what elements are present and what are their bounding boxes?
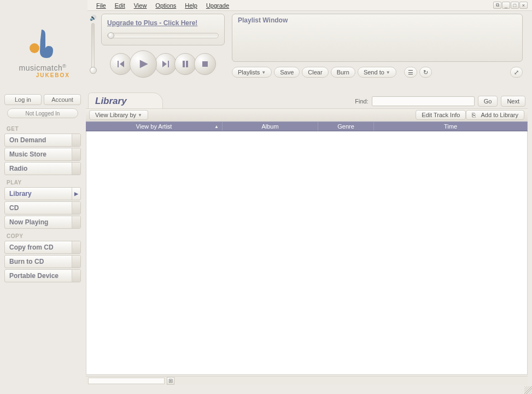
nav-heading-get: GET bbox=[7, 126, 81, 132]
nav-on-demand[interactable]: On Demand bbox=[4, 134, 81, 147]
menu-file[interactable]: File bbox=[92, 1, 110, 10]
sort-indicator-icon: ▲ bbox=[214, 124, 219, 129]
menu-view[interactable]: View bbox=[130, 1, 151, 10]
col-header-time[interactable]: Time bbox=[374, 122, 528, 131]
login-button[interactable]: Log in bbox=[4, 94, 42, 105]
playlist-window-title: Playlist Window bbox=[238, 16, 517, 24]
seek-bar[interactable] bbox=[107, 33, 219, 38]
find-label: Find: bbox=[355, 98, 368, 105]
upgrade-link[interactable]: Upgrade to Plus - Click Here! bbox=[107, 19, 197, 27]
burn-button[interactable]: Burn bbox=[331, 67, 355, 78]
volume-track[interactable] bbox=[91, 23, 95, 71]
transport-controls bbox=[101, 49, 225, 79]
add-icon: ⎘ bbox=[472, 112, 476, 118]
menu-upgrade[interactable]: Upgrade bbox=[202, 1, 233, 10]
minimize-button[interactable]: _ bbox=[502, 2, 510, 9]
nav-library[interactable]: Library▶ bbox=[4, 187, 81, 200]
library-tab: Library bbox=[88, 92, 163, 109]
svg-point-0 bbox=[30, 43, 39, 53]
column-headers: View by Artist▲ Album Genre Time bbox=[86, 121, 528, 131]
playlist-window: Playlist Window bbox=[232, 14, 523, 62]
logo-text: musicmatch® bbox=[19, 63, 67, 72]
playlists-dropdown[interactable]: Playlists▼ bbox=[232, 67, 272, 78]
nav-cd[interactable]: CD bbox=[4, 201, 81, 215]
playlist-toolbar: Playlists▼ Save Clear Burn Send to▼ ☰ ↻ … bbox=[232, 65, 523, 79]
edit-track-info-button[interactable]: Edit Track Info bbox=[416, 110, 466, 120]
menu-bar: File Edit View Options Help Upgrade ⧉ _ … bbox=[87, 0, 532, 11]
library-content[interactable] bbox=[86, 131, 528, 375]
nav-burn-to-cd[interactable]: Burn to CD bbox=[4, 255, 81, 268]
menu-options[interactable]: Options bbox=[151, 1, 180, 10]
nav-copy-from-cd[interactable]: Copy from CD bbox=[4, 241, 81, 254]
add-column-button[interactable]: ⊞ bbox=[167, 377, 174, 385]
library-status-bar: ⊞ bbox=[86, 376, 528, 385]
menu-help[interactable]: Help bbox=[180, 1, 202, 10]
seek-knob[interactable] bbox=[108, 32, 114, 39]
stop-button[interactable] bbox=[194, 53, 216, 75]
volume-knob[interactable] bbox=[90, 67, 97, 74]
volume-control[interactable]: 🔊 bbox=[87, 14, 98, 79]
find-row: Find: Go Next bbox=[355, 95, 525, 108]
maximize-button[interactable]: □ bbox=[511, 2, 519, 9]
nav-portable-device[interactable]: Portable Device bbox=[4, 269, 81, 282]
nav-music-store[interactable]: Music Store bbox=[4, 148, 81, 161]
next-button-find[interactable]: Next bbox=[501, 96, 525, 107]
playlist-expand-button[interactable]: ⤢ bbox=[510, 67, 523, 78]
col-header-album[interactable]: Album bbox=[223, 122, 318, 131]
login-status: Not Logged In bbox=[7, 108, 78, 118]
nav-heading-play: PLAY bbox=[7, 179, 81, 186]
play-button[interactable] bbox=[130, 50, 157, 78]
sendto-dropdown[interactable]: Send to▼ bbox=[358, 67, 396, 78]
nav-heading-copy: COPY bbox=[7, 233, 81, 239]
undock-button[interactable]: ⧉ bbox=[493, 2, 501, 9]
repeat-button[interactable]: ↻ bbox=[419, 67, 432, 78]
col-header-artist[interactable]: View by Artist▲ bbox=[86, 122, 223, 131]
menu-edit[interactable]: Edit bbox=[110, 1, 130, 10]
player-area: 🔊 Upgrade to Plus - Click Here! Playlist… bbox=[87, 13, 528, 81]
shuffle-button[interactable]: ☰ bbox=[404, 67, 417, 78]
view-library-by-dropdown[interactable]: View Library by▼ bbox=[89, 110, 148, 120]
save-button[interactable]: Save bbox=[274, 67, 300, 78]
library-toolbar: View Library by▼ Edit Track Info ⎘ Add t… bbox=[86, 108, 528, 121]
close-button[interactable]: × bbox=[519, 2, 528, 9]
pause-button[interactable] bbox=[174, 53, 196, 75]
nav-now-playing[interactable]: Now Playing bbox=[4, 216, 81, 229]
account-button[interactable]: Account bbox=[44, 94, 81, 105]
nav-radio[interactable]: Radio bbox=[4, 162, 81, 175]
sidebar: Log in Account Not Logged In GET On Dema… bbox=[4, 94, 81, 283]
now-playing-display: Upgrade to Plus - Click Here! bbox=[101, 14, 225, 45]
status-field bbox=[88, 378, 165, 384]
svg-rect-1 bbox=[202, 61, 208, 67]
add-to-library-button[interactable]: ⎘ Add to Library bbox=[466, 110, 524, 120]
logo-subtext: JUKEBOX bbox=[4, 72, 81, 78]
library-panel: Library Find: Go Next View Library by▼ E… bbox=[86, 92, 528, 385]
next-button[interactable] bbox=[155, 53, 177, 75]
col-header-genre[interactable]: Genre bbox=[318, 122, 374, 131]
speaker-icon: 🔊 bbox=[90, 15, 96, 21]
resize-grip[interactable] bbox=[524, 386, 532, 394]
app-logo: musicmatch® JUKEBOX bbox=[4, 15, 81, 86]
find-input[interactable] bbox=[372, 96, 475, 106]
previous-button[interactable] bbox=[110, 53, 132, 75]
clear-button[interactable]: Clear bbox=[302, 67, 328, 78]
go-button[interactable]: Go bbox=[478, 96, 498, 107]
library-title: Library bbox=[95, 96, 127, 107]
